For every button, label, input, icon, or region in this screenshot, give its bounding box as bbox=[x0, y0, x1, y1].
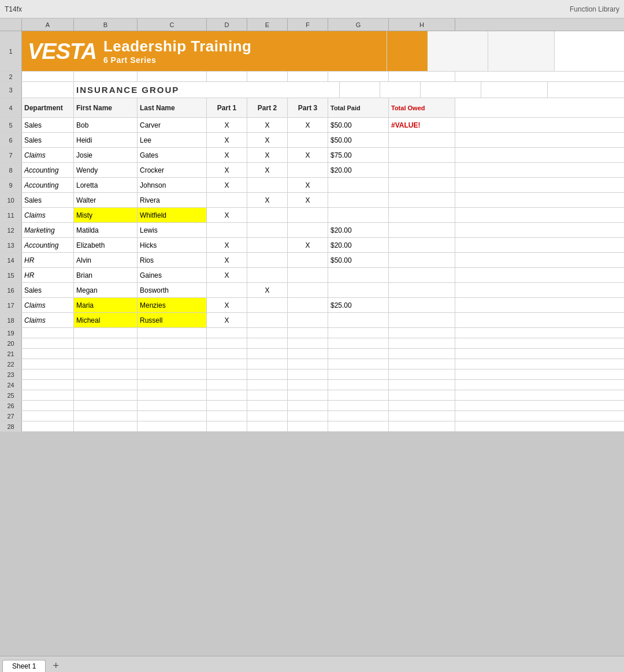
cell-owed-15[interactable] bbox=[389, 268, 455, 282]
cell-dept-15[interactable]: HR bbox=[22, 268, 74, 282]
cell-paid-16[interactable] bbox=[328, 283, 389, 297]
cell-dept-14[interactable]: HR bbox=[22, 253, 74, 267]
r27-h[interactable] bbox=[389, 411, 455, 421]
r19-g[interactable] bbox=[328, 328, 389, 338]
r24-g[interactable] bbox=[328, 380, 389, 390]
r22-d[interactable] bbox=[207, 359, 247, 369]
r2-c[interactable] bbox=[138, 72, 207, 81]
cell-last-6[interactable]: Lee bbox=[138, 133, 207, 147]
r2-e[interactable] bbox=[247, 72, 288, 81]
cell-paid-5[interactable]: $50.00 bbox=[328, 118, 389, 132]
r19-e[interactable] bbox=[247, 328, 288, 338]
r22-f[interactable] bbox=[288, 359, 328, 369]
cell-first-8[interactable]: Wendy bbox=[74, 163, 138, 177]
cell-last-11[interactable]: Whitfield bbox=[138, 208, 207, 222]
cell-p1-5[interactable]: X bbox=[207, 118, 247, 132]
cell-p3-8[interactable] bbox=[288, 163, 328, 177]
r2-f[interactable] bbox=[288, 72, 328, 81]
r24-f[interactable] bbox=[288, 380, 328, 390]
r28-c[interactable] bbox=[138, 421, 207, 431]
cell-p1-7[interactable]: X bbox=[207, 148, 247, 162]
cell-p1-16[interactable] bbox=[207, 283, 247, 297]
cell-paid-11[interactable] bbox=[328, 208, 389, 222]
r22-g[interactable] bbox=[328, 359, 389, 369]
cell-owed-16[interactable] bbox=[389, 283, 455, 297]
cell-dept-17[interactable]: Claims bbox=[22, 298, 74, 312]
cell-dept-8[interactable]: Accounting bbox=[22, 163, 74, 177]
col-header-h[interactable]: H bbox=[389, 18, 455, 31]
cell-first-7[interactable]: Josie bbox=[74, 148, 138, 162]
cell-p2-16[interactable]: X bbox=[247, 283, 288, 297]
cell-p1-11[interactable]: X bbox=[207, 208, 247, 222]
r21-c[interactable] bbox=[138, 349, 207, 359]
col-header-b[interactable]: B bbox=[74, 18, 138, 31]
cell-paid-15[interactable] bbox=[328, 268, 389, 282]
r21-d[interactable] bbox=[207, 349, 247, 359]
r27-a[interactable] bbox=[22, 411, 74, 421]
cell-owed-17[interactable] bbox=[389, 298, 455, 312]
cell-p2-12[interactable] bbox=[247, 223, 288, 237]
r26-g[interactable] bbox=[328, 401, 389, 410]
cell-p2-11[interactable] bbox=[247, 208, 288, 222]
r20-e[interactable] bbox=[247, 338, 288, 348]
r26-d[interactable] bbox=[207, 401, 247, 410]
r19-a[interactable] bbox=[22, 328, 74, 338]
cell-p2-10[interactable]: X bbox=[247, 193, 288, 207]
r21-g[interactable] bbox=[328, 349, 389, 359]
r24-h[interactable] bbox=[389, 380, 455, 390]
cell-dept-10[interactable]: Sales bbox=[22, 193, 74, 207]
cell-p3-17[interactable] bbox=[288, 298, 328, 312]
r20-a[interactable] bbox=[22, 338, 74, 348]
cell-last-7[interactable]: Gates bbox=[138, 148, 207, 162]
r28-d[interactable] bbox=[207, 421, 247, 431]
cell-paid-7[interactable]: $75.00 bbox=[328, 148, 389, 162]
r19-c[interactable] bbox=[138, 328, 207, 338]
r3-g[interactable] bbox=[421, 82, 481, 98]
r22-h[interactable] bbox=[389, 359, 455, 369]
r3-a[interactable] bbox=[22, 82, 74, 98]
cell-owed-8[interactable] bbox=[389, 163, 455, 177]
cell-first-6[interactable]: Heidi bbox=[74, 133, 138, 147]
cell-p2-13[interactable] bbox=[247, 238, 288, 252]
cell-dept-13[interactable]: Accounting bbox=[22, 238, 74, 252]
cell-dept-5[interactable]: Sales bbox=[22, 118, 74, 132]
cell-last-8[interactable]: Crocker bbox=[138, 163, 207, 177]
cell-owed-11[interactable] bbox=[389, 208, 455, 222]
r28-e[interactable] bbox=[247, 421, 288, 431]
cell-dept-16[interactable]: Sales bbox=[22, 283, 74, 297]
cell-last-5[interactable]: Carver bbox=[138, 118, 207, 132]
cell-first-10[interactable]: Walter bbox=[74, 193, 138, 207]
r3-h[interactable] bbox=[481, 82, 548, 98]
col-header-g[interactable]: G bbox=[328, 18, 389, 31]
col-header-c[interactable]: C bbox=[138, 18, 207, 31]
cell-dept-7[interactable]: Claims bbox=[22, 148, 74, 162]
cell-p1-18[interactable]: X bbox=[207, 313, 247, 327]
cell-p3-11[interactable] bbox=[288, 208, 328, 222]
sheet-tab-1[interactable]: Sheet 1 bbox=[2, 660, 46, 672]
r23-c[interactable] bbox=[138, 369, 207, 379]
cell-owed-5[interactable]: #VALUE! bbox=[389, 118, 455, 132]
r28-g[interactable] bbox=[328, 421, 389, 431]
col-header-a[interactable]: A bbox=[22, 18, 74, 31]
r24-e[interactable] bbox=[247, 380, 288, 390]
cell-first-9[interactable]: Loretta bbox=[74, 178, 138, 192]
r20-f[interactable] bbox=[288, 338, 328, 348]
r28-a[interactable] bbox=[22, 421, 74, 431]
cell-p3-5[interactable]: X bbox=[288, 118, 328, 132]
r23-h[interactable] bbox=[389, 369, 455, 379]
cell-last-16[interactable]: Bosworth bbox=[138, 283, 207, 297]
cell-dept-11[interactable]: Claims bbox=[22, 208, 74, 222]
cell-p3-15[interactable] bbox=[288, 268, 328, 282]
cell-last-14[interactable]: Rios bbox=[138, 253, 207, 267]
cell-first-18[interactable]: Micheal bbox=[74, 313, 138, 327]
cell-p2-17[interactable] bbox=[247, 298, 288, 312]
r19-b[interactable] bbox=[74, 328, 138, 338]
cell-paid-14[interactable]: $50.00 bbox=[328, 253, 389, 267]
r2-d[interactable] bbox=[207, 72, 247, 81]
cell-p2-7[interactable]: X bbox=[247, 148, 288, 162]
r21-b[interactable] bbox=[74, 349, 138, 359]
r21-h[interactable] bbox=[389, 349, 455, 359]
cell-owed-13[interactable] bbox=[389, 238, 455, 252]
cell-last-10[interactable]: Rivera bbox=[138, 193, 207, 207]
cell-p2-18[interactable] bbox=[247, 313, 288, 327]
